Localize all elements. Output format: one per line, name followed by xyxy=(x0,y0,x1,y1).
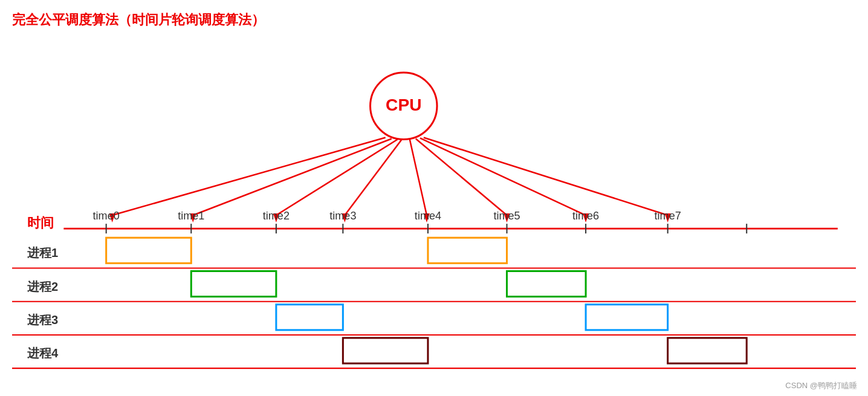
svg-text:进程4: 进程4 xyxy=(27,346,59,360)
page-title: 完全公平调度算法（时间片轮询调度算法） xyxy=(12,11,856,29)
svg-text:CPU: CPU xyxy=(386,96,421,114)
svg-rect-51 xyxy=(343,338,428,363)
svg-rect-46 xyxy=(428,238,507,263)
svg-line-6 xyxy=(410,139,427,215)
svg-text:time3: time3 xyxy=(329,210,356,222)
svg-text:时间: 时间 xyxy=(27,215,54,230)
svg-rect-50 xyxy=(586,305,668,330)
diagram-area: CPU xyxy=(12,35,856,386)
svg-text:time2: time2 xyxy=(263,210,290,222)
svg-rect-48 xyxy=(507,271,586,296)
svg-rect-45 xyxy=(106,238,192,263)
svg-rect-47 xyxy=(191,271,276,296)
svg-rect-52 xyxy=(668,338,747,363)
svg-rect-49 xyxy=(276,305,343,330)
svg-text:time7: time7 xyxy=(655,210,681,222)
main-container: 完全公平调度算法（时间片轮询调度算法） CPU xyxy=(0,0,868,396)
svg-text:进程2: 进程2 xyxy=(27,280,58,293)
svg-text:进程1: 进程1 xyxy=(27,246,58,259)
svg-text:time6: time6 xyxy=(572,210,599,222)
watermark: CSDN @鸭鸭打瞌睡 xyxy=(785,380,857,391)
svg-line-3 xyxy=(193,138,391,215)
svg-text:time5: time5 xyxy=(493,210,520,222)
svg-text:time0: time0 xyxy=(93,210,120,222)
svg-line-2 xyxy=(112,137,386,215)
svg-text:time1: time1 xyxy=(178,210,204,222)
svg-text:进程3: 进程3 xyxy=(27,313,58,326)
main-diagram: CPU xyxy=(12,35,856,386)
svg-text:time4: time4 xyxy=(415,210,441,222)
svg-line-5 xyxy=(345,139,401,215)
svg-line-8 xyxy=(420,138,586,215)
